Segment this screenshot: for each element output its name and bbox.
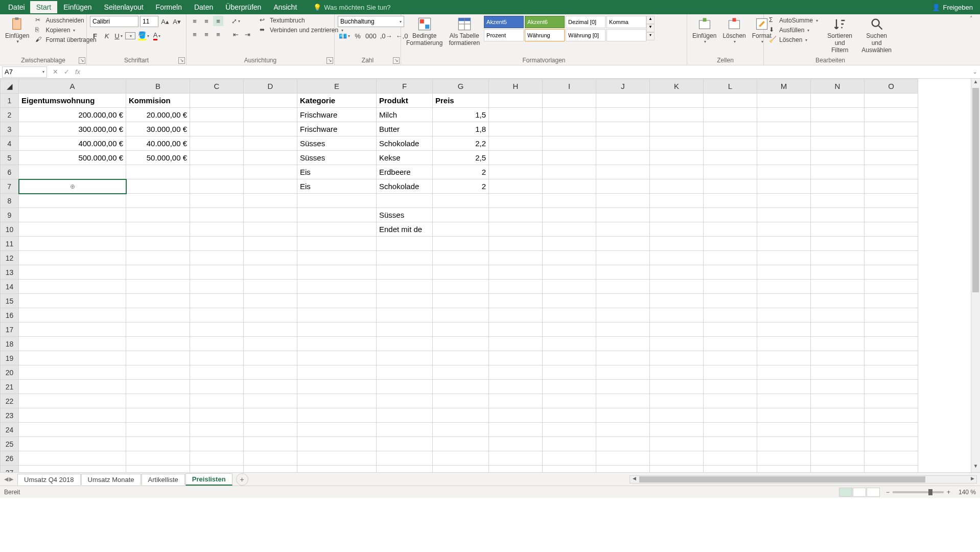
cell-G20[interactable]: [433, 365, 489, 380]
sheet-tab-umsatz-q4[interactable]: Umsatz Q4 2018: [17, 474, 81, 485]
cell-J20[interactable]: [596, 365, 650, 380]
align-top-icon[interactable]: ≡: [190, 16, 200, 26]
column-header-L[interactable]: L: [704, 79, 757, 94]
cell-C15[interactable]: [190, 294, 244, 308]
horizontal-scrollbar[interactable]: ◀ ▶: [629, 475, 977, 484]
cell-A2[interactable]: 200.000,00 €: [19, 108, 126, 122]
cell-K4[interactable]: [650, 136, 704, 151]
cell-E17[interactable]: [297, 323, 377, 337]
cell-D1[interactable]: [244, 94, 297, 108]
cell-E4[interactable]: Süsses: [297, 136, 377, 151]
cell-N8[interactable]: [811, 194, 865, 208]
cell-L6[interactable]: [704, 165, 757, 179]
insert-cells-button[interactable]: Einfügen▾: [690, 16, 718, 45]
cell-K2[interactable]: [650, 108, 704, 122]
cell-M19[interactable]: [757, 351, 811, 365]
cell-I2[interactable]: [543, 108, 596, 122]
cell-E26[interactable]: [297, 451, 377, 466]
row-header-18[interactable]: 18: [1, 337, 19, 351]
cell-I14[interactable]: [543, 280, 596, 294]
cell-J27[interactable]: [596, 466, 650, 473]
cell-B15[interactable]: [126, 294, 190, 308]
cell-B7[interactable]: [126, 179, 190, 194]
cell-L14[interactable]: [704, 280, 757, 294]
file-menu[interactable]: Datei: [3, 1, 30, 13]
cell-D19[interactable]: [244, 351, 297, 365]
cell-B24[interactable]: [126, 423, 190, 437]
cell-N20[interactable]: [811, 365, 865, 380]
cell-M11[interactable]: [757, 237, 811, 251]
cell-J16[interactable]: [596, 308, 650, 323]
cell-K25[interactable]: [650, 437, 704, 451]
cell-H25[interactable]: [489, 437, 543, 451]
cell-N7[interactable]: [811, 179, 865, 194]
column-header-G[interactable]: G: [433, 79, 489, 94]
cell-N1[interactable]: [811, 94, 865, 108]
share-button[interactable]: 👤 Freigeben: [932, 4, 977, 11]
percent-format-button[interactable]: %: [353, 31, 363, 41]
cell-N6[interactable]: [811, 165, 865, 179]
cell-K18[interactable]: [650, 337, 704, 351]
cell-G14[interactable]: [433, 280, 489, 294]
column-header-C[interactable]: C: [190, 79, 244, 94]
scroll-up-button[interactable]: ▲: [971, 79, 980, 88]
cell-N16[interactable]: [811, 308, 865, 323]
cell-N14[interactable]: [811, 280, 865, 294]
cell-C8[interactable]: [190, 194, 244, 208]
row-header-13[interactable]: 13: [1, 265, 19, 280]
cell-J8[interactable]: [596, 194, 650, 208]
cell-G15[interactable]: [433, 294, 489, 308]
cell-C27[interactable]: [190, 466, 244, 473]
page-break-view-button[interactable]: [867, 488, 880, 497]
cell-D9[interactable]: [244, 208, 297, 222]
align-left-icon[interactable]: ≡: [190, 29, 200, 39]
cell-N5[interactable]: [811, 151, 865, 165]
cell-E3[interactable]: Frischware: [297, 122, 377, 136]
cell-M22[interactable]: [757, 394, 811, 408]
cell-O13[interactable]: [865, 265, 918, 280]
cell-L18[interactable]: [704, 337, 757, 351]
cell-F10[interactable]: Endet mit de: [377, 222, 433, 237]
cell-D15[interactable]: [244, 294, 297, 308]
style-akzent6[interactable]: Akzent6: [525, 16, 565, 28]
cell-D27[interactable]: [244, 466, 297, 473]
cell-H20[interactable]: [489, 365, 543, 380]
cell-E11[interactable]: [297, 237, 377, 251]
cell-G7[interactable]: 2: [433, 179, 489, 194]
row-header-21[interactable]: 21: [1, 380, 19, 394]
italic-button[interactable]: K: [102, 31, 112, 41]
cell-M23[interactable]: [757, 408, 811, 423]
cell-M7[interactable]: [757, 179, 811, 194]
cell-M13[interactable]: [757, 265, 811, 280]
row-header-16[interactable]: 16: [1, 308, 19, 323]
cell-C10[interactable]: [190, 222, 244, 237]
cell-D12[interactable]: [244, 251, 297, 265]
cell-I20[interactable]: [543, 365, 596, 380]
cell-J15[interactable]: [596, 294, 650, 308]
cell-C22[interactable]: [190, 394, 244, 408]
cell-F21[interactable]: [377, 380, 433, 394]
cell-O21[interactable]: [865, 380, 918, 394]
cell-I18[interactable]: [543, 337, 596, 351]
cell-N25[interactable]: [811, 437, 865, 451]
cell-K7[interactable]: [650, 179, 704, 194]
cell-A5[interactable]: 500.000,00 €: [19, 151, 126, 165]
underline-button[interactable]: U▾: [113, 31, 124, 41]
cell-E14[interactable]: [297, 280, 377, 294]
cell-N23[interactable]: [811, 408, 865, 423]
row-header-4[interactable]: 4: [1, 136, 19, 151]
cell-D17[interactable]: [244, 323, 297, 337]
cell-D23[interactable]: [244, 408, 297, 423]
cell-J26[interactable]: [596, 451, 650, 466]
cell-J17[interactable]: [596, 323, 650, 337]
cell-A17[interactable]: [19, 323, 126, 337]
cell-L13[interactable]: [704, 265, 757, 280]
cell-A9[interactable]: [19, 208, 126, 222]
cell-I13[interactable]: [543, 265, 596, 280]
cell-N26[interactable]: [811, 451, 865, 466]
sheet-tab-preislisten[interactable]: Preislisten: [185, 473, 232, 486]
cell-O14[interactable]: [865, 280, 918, 294]
clipboard-dialog-launcher[interactable]: ↘: [79, 57, 85, 64]
row-header-25[interactable]: 25: [1, 437, 19, 451]
align-bottom-icon[interactable]: ≡: [213, 16, 223, 26]
